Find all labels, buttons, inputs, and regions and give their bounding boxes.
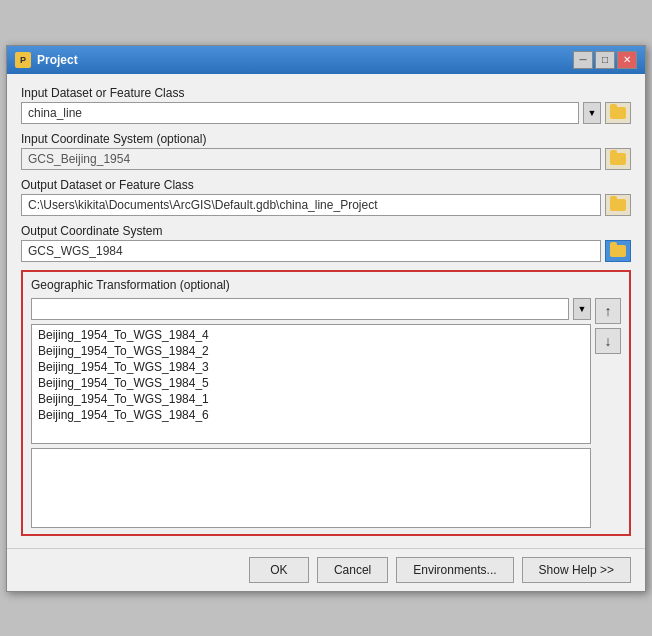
title-bar-left: P Project <box>15 52 78 68</box>
output-dataset-section: Output Dataset or Feature Class <box>21 178 631 216</box>
folder-icon-2 <box>610 153 626 165</box>
move-down-btn[interactable]: ↓ <box>595 328 621 354</box>
geo-transform-side-buttons: ↑ ↓ <box>595 298 621 354</box>
geo-transform-label: Geographic Transformation (optional) <box>31 278 621 292</box>
output-coord-label: Output Coordinate System <box>21 224 631 238</box>
output-dataset-folder-btn[interactable] <box>605 194 631 216</box>
geo-list-item[interactable]: Beijing_1954_To_WGS_1984_3 <box>36 359 586 375</box>
input-dataset-row: china_line ▼ <box>21 102 631 124</box>
window-title: Project <box>37 53 78 67</box>
input-dataset-section: Input Dataset or Feature Class china_lin… <box>21 86 631 124</box>
ok-button[interactable]: OK <box>249 557 309 583</box>
restore-btn[interactable]: □ <box>595 51 615 69</box>
geo-list-item[interactable]: Beijing_1954_To_WGS_1984_1 <box>36 391 586 407</box>
geo-transform-row: ▼ Beijing_1954_To_WGS_1984_4Beijing_1954… <box>31 298 621 528</box>
output-coord-field[interactable] <box>21 240 601 262</box>
input-dataset-dropdown-arrow[interactable]: ▼ <box>583 102 601 124</box>
folder-icon-4 <box>610 245 626 257</box>
minimize-btn[interactable]: ─ <box>573 51 593 69</box>
geo-transform-listbox[interactable]: Beijing_1954_To_WGS_1984_4Beijing_1954_T… <box>31 324 591 444</box>
output-dataset-field[interactable] <box>21 194 601 216</box>
output-dataset-row <box>21 194 631 216</box>
geo-transform-section: Geographic Transformation (optional) ▼ B… <box>21 270 631 536</box>
geo-list-item[interactable]: Beijing_1954_To_WGS_1984_5 <box>36 375 586 391</box>
output-coord-folder-btn[interactable] <box>605 240 631 262</box>
geo-list-item[interactable]: Beijing_1954_To_WGS_1984_2 <box>36 343 586 359</box>
geo-list-item[interactable]: Beijing_1954_To_WGS_1984_6 <box>36 407 586 423</box>
output-dataset-label: Output Dataset or Feature Class <box>21 178 631 192</box>
move-up-btn[interactable]: ↑ <box>595 298 621 324</box>
project-dialog: P Project ─ □ ✕ Input Dataset or Feature… <box>6 45 646 592</box>
input-dataset-folder-btn[interactable] <box>605 102 631 124</box>
cancel-button[interactable]: Cancel <box>317 557 388 583</box>
dialog-content: Input Dataset or Feature Class china_lin… <box>7 74 645 548</box>
input-coord-field <box>21 148 601 170</box>
input-dataset-value: china_line <box>28 106 82 120</box>
geo-transform-dropdown-arrow[interactable]: ▼ <box>573 298 591 320</box>
output-coord-row <box>21 240 631 262</box>
show-help-button[interactable]: Show Help >> <box>522 557 631 583</box>
geo-transform-dropdown[interactable] <box>31 298 569 320</box>
folder-icon-3 <box>610 199 626 211</box>
input-coord-folder-btn[interactable] <box>605 148 631 170</box>
geo-transform-empty-area <box>31 448 591 528</box>
title-bar: P Project ─ □ ✕ <box>7 46 645 74</box>
window-icon: P <box>15 52 31 68</box>
input-dataset-label: Input Dataset or Feature Class <box>21 86 631 100</box>
environments-button[interactable]: Environments... <box>396 557 513 583</box>
bottom-bar: OK Cancel Environments... Show Help >> <box>7 548 645 591</box>
close-btn[interactable]: ✕ <box>617 51 637 69</box>
input-coord-label: Input Coordinate System (optional) <box>21 132 631 146</box>
input-coord-row <box>21 148 631 170</box>
title-buttons: ─ □ ✕ <box>573 51 637 69</box>
geo-list-item[interactable]: Beijing_1954_To_WGS_1984_4 <box>36 327 586 343</box>
input-dataset-dropdown[interactable]: china_line <box>21 102 579 124</box>
folder-icon <box>610 107 626 119</box>
output-coord-section: Output Coordinate System <box>21 224 631 262</box>
input-coord-section: Input Coordinate System (optional) <box>21 132 631 170</box>
